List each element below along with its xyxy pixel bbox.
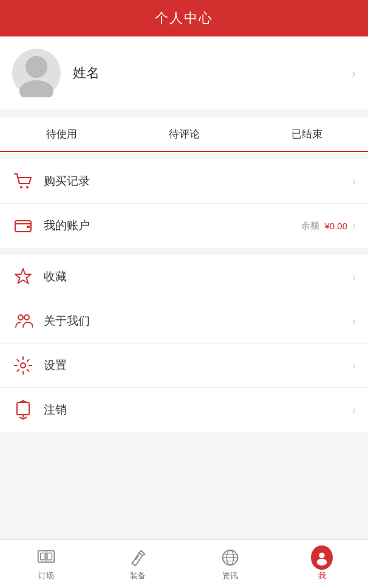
equipment-icon	[127, 547, 149, 569]
svg-point-1	[19, 80, 53, 97]
svg-point-2	[20, 186, 22, 189]
svg-point-22	[317, 559, 327, 566]
menu-item-logout[interactable]: 注销 ›	[0, 388, 368, 432]
svg-point-21	[319, 553, 325, 558]
tab-pending-review[interactable]: 待评论	[123, 117, 245, 151]
bottom-nav: 订场 装备 资讯	[0, 539, 368, 588]
svg-point-3	[26, 186, 29, 189]
menu-group-1: 购买记录 › 我的账户 余额 ¥0.00 ›	[0, 159, 368, 247]
me-nav-label: 我	[318, 570, 326, 581]
svg-point-9	[21, 363, 26, 368]
avatar	[12, 49, 61, 97]
nav-item-me[interactable]: 我	[276, 547, 369, 581]
menu-item-favorites[interactable]: 收藏 ›	[0, 255, 368, 299]
menu-item-about[interactable]: 关于我们 ›	[0, 299, 368, 344]
favorites-label: 收藏	[44, 269, 352, 285]
nav-item-equipment[interactable]: 装备	[92, 547, 185, 581]
about-chevron-icon: ›	[352, 315, 356, 328]
nav-item-news[interactable]: 资讯	[184, 547, 276, 581]
about-icon	[12, 310, 34, 332]
menu-group-2: 收藏 › 关于我们 › 设置 ›	[0, 255, 368, 432]
nav-item-court[interactable]: 订场	[0, 547, 92, 581]
settings-chevron-icon: ›	[352, 359, 356, 372]
court-icon	[35, 547, 57, 569]
logout-chevron-icon: ›	[352, 404, 356, 417]
svg-rect-14	[47, 553, 52, 559]
purchase-label: 购买记录	[44, 173, 352, 189]
svg-rect-13	[40, 553, 45, 559]
cart-icon	[12, 170, 34, 192]
favorites-chevron-icon: ›	[352, 271, 356, 283]
menu-item-settings[interactable]: 设置 ›	[0, 344, 368, 388]
profile-chevron-icon: ›	[352, 66, 356, 80]
account-balance: ¥0.00	[324, 221, 347, 231]
profile-section[interactable]: 姓名 ›	[0, 36, 368, 110]
court-nav-label: 订场	[38, 570, 54, 581]
svg-point-8	[24, 315, 29, 320]
svg-point-7	[18, 315, 23, 320]
wallet-icon	[12, 215, 34, 237]
header-title: 个人中心	[155, 9, 213, 27]
equipment-nav-label: 装备	[130, 570, 146, 581]
about-label: 关于我们	[44, 313, 352, 329]
logout-label: 注销	[44, 402, 352, 418]
account-extra: 余额	[301, 220, 319, 232]
menu-item-account[interactable]: 我的账户 余额 ¥0.00 ›	[0, 204, 368, 247]
svg-rect-10	[17, 403, 29, 415]
account-chevron-icon: ›	[352, 220, 356, 232]
settings-label: 设置	[44, 358, 352, 373]
settings-icon	[12, 355, 34, 376]
news-icon	[219, 547, 241, 569]
tab-ended[interactable]: 已结束	[245, 117, 368, 151]
svg-point-0	[26, 56, 47, 78]
profile-name: 姓名	[73, 64, 352, 82]
svg-rect-5	[27, 226, 30, 228]
me-nav-icon	[311, 547, 333, 569]
logout-icon	[12, 399, 34, 421]
tabs-section: 待使用 待评论 已结束	[0, 117, 368, 152]
star-icon	[12, 266, 34, 288]
account-label: 我的账户	[44, 218, 301, 233]
svg-marker-6	[15, 269, 31, 283]
menu-item-purchase[interactable]: 购买记录 ›	[0, 159, 368, 204]
purchase-chevron-icon: ›	[352, 175, 356, 188]
header: 个人中心	[0, 0, 368, 36]
news-nav-label: 资讯	[222, 570, 238, 581]
tab-pending-use[interactable]: 待使用	[0, 117, 123, 151]
